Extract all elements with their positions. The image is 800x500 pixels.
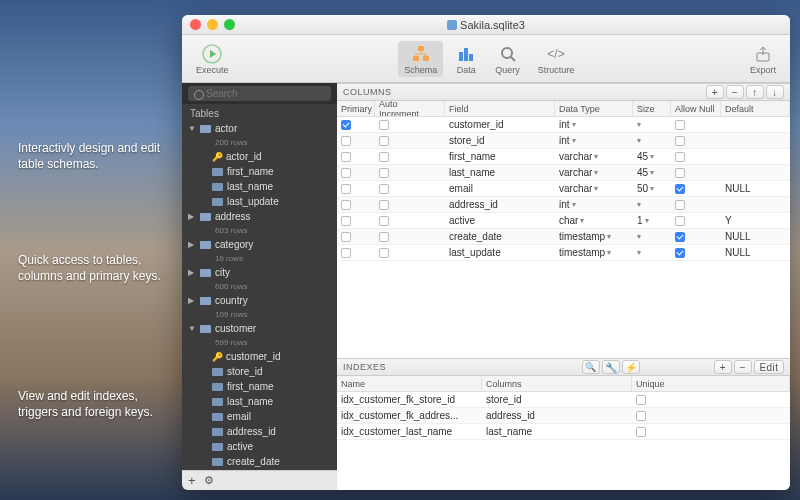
allownull-checkbox[interactable]: [675, 216, 685, 226]
unique-checkbox[interactable]: [636, 411, 646, 421]
allownull-checkbox[interactable]: [675, 184, 685, 194]
allownull-checkbox[interactable]: [675, 232, 685, 242]
column-node[interactable]: last_name: [182, 179, 337, 194]
allownull-checkbox[interactable]: [675, 248, 685, 258]
column-row[interactable]: create_datetimestamp ▾ ▾NULL: [337, 229, 790, 245]
column-node[interactable]: first_name: [182, 379, 337, 394]
table-tree[interactable]: ▼actor200 rows🔑actor_idfirst_namelast_na…: [182, 121, 337, 470]
primary-checkbox[interactable]: [341, 168, 351, 178]
autoinc-checkbox[interactable]: [379, 216, 389, 226]
allownull-checkbox[interactable]: [675, 152, 685, 162]
index-row[interactable]: idx_customer_fk_addres...address_id: [337, 408, 790, 424]
autoinc-checkbox[interactable]: [379, 120, 389, 130]
autoinc-checkbox[interactable]: [379, 248, 389, 258]
autoinc-checkbox[interactable]: [379, 152, 389, 162]
column-row[interactable]: address_idint ▾ ▾: [337, 197, 790, 213]
execute-button[interactable]: Execute: [190, 41, 235, 77]
primary-checkbox[interactable]: [341, 216, 351, 226]
fullscreen-icon[interactable]: [224, 19, 235, 30]
tab-data[interactable]: Data: [449, 41, 483, 77]
table-node[interactable]: ▶category: [182, 237, 337, 252]
settings-button[interactable]: ⚙: [204, 474, 214, 487]
index-row[interactable]: idx_customer_fk_store_idstore_id: [337, 392, 790, 408]
column-node[interactable]: address_id: [182, 424, 337, 439]
unique-checkbox[interactable]: [636, 395, 646, 405]
remove-column-button[interactable]: −: [726, 85, 744, 99]
size-select[interactable]: ▾: [637, 200, 641, 209]
edit-index-button[interactable]: Edit: [754, 360, 784, 374]
add-table-button[interactable]: +: [188, 473, 196, 488]
datatype-select[interactable]: int ▾: [559, 135, 576, 146]
index-row[interactable]: idx_customer_last_namelast_name: [337, 424, 790, 440]
column-node[interactable]: first_name: [182, 164, 337, 179]
datatype-select[interactable]: varchar ▾: [559, 183, 598, 194]
datatype-select[interactable]: varchar ▾: [559, 151, 598, 162]
column-node[interactable]: last_update: [182, 194, 337, 209]
column-row[interactable]: last_updatetimestamp ▾ ▾NULL: [337, 245, 790, 261]
table-node[interactable]: ▼actor: [182, 121, 337, 136]
unique-checkbox[interactable]: [636, 427, 646, 437]
size-select[interactable]: ▾: [637, 136, 641, 145]
datatype-select[interactable]: timestamp ▾: [559, 247, 611, 258]
column-row[interactable]: store_idint ▾ ▾: [337, 133, 790, 149]
column-node[interactable]: last_name: [182, 394, 337, 409]
autoinc-checkbox[interactable]: [379, 168, 389, 178]
primary-checkbox[interactable]: [341, 120, 351, 130]
size-select[interactable]: 45 ▾: [637, 151, 654, 162]
primary-checkbox[interactable]: [341, 200, 351, 210]
export-button[interactable]: Export: [744, 41, 782, 77]
table-node[interactable]: ▼customer: [182, 321, 337, 336]
move-up-button[interactable]: ↑: [746, 85, 764, 99]
allownull-checkbox[interactable]: [675, 168, 685, 178]
allownull-checkbox[interactable]: [675, 136, 685, 146]
size-select[interactable]: 1 ▾: [637, 215, 649, 226]
column-row[interactable]: activechar ▾1 ▾Y: [337, 213, 790, 229]
size-select[interactable]: ▾: [637, 232, 641, 241]
primary-checkbox[interactable]: [341, 184, 351, 194]
index-search-button[interactable]: 🔍: [582, 360, 600, 374]
allownull-checkbox[interactable]: [675, 120, 685, 130]
table-node[interactable]: ▶city: [182, 265, 337, 280]
primary-checkbox[interactable]: [341, 232, 351, 242]
column-row[interactable]: emailvarchar ▾50 ▾NULL: [337, 181, 790, 197]
datatype-select[interactable]: int ▾: [559, 119, 576, 130]
add-column-button[interactable]: +: [706, 85, 724, 99]
add-index-button[interactable]: +: [714, 360, 732, 374]
column-row[interactable]: customer_idint ▾ ▾: [337, 117, 790, 133]
allownull-checkbox[interactable]: [675, 200, 685, 210]
column-row[interactable]: last_namevarchar ▾45 ▾: [337, 165, 790, 181]
column-row[interactable]: first_namevarchar ▾45 ▾: [337, 149, 790, 165]
remove-index-button[interactable]: −: [734, 360, 752, 374]
datatype-select[interactable]: varchar ▾: [559, 167, 598, 178]
autoinc-checkbox[interactable]: [379, 184, 389, 194]
column-node[interactable]: 🔑actor_id: [182, 149, 337, 164]
primary-checkbox[interactable]: [341, 152, 351, 162]
index-bolt-button[interactable]: ⚡: [622, 360, 640, 374]
minimize-icon[interactable]: [207, 19, 218, 30]
primary-checkbox[interactable]: [341, 248, 351, 258]
tab-query[interactable]: Query: [489, 41, 526, 77]
datatype-select[interactable]: int ▾: [559, 199, 576, 210]
column-node[interactable]: store_id: [182, 364, 337, 379]
size-select[interactable]: 45 ▾: [637, 167, 654, 178]
table-node[interactable]: ▶country: [182, 293, 337, 308]
index-tool-button[interactable]: 🔧: [602, 360, 620, 374]
column-node[interactable]: create_date: [182, 454, 337, 469]
autoinc-checkbox[interactable]: [379, 200, 389, 210]
primary-checkbox[interactable]: [341, 136, 351, 146]
close-icon[interactable]: [190, 19, 201, 30]
table-node[interactable]: ▶address: [182, 209, 337, 224]
column-node[interactable]: 🔑customer_id: [182, 349, 337, 364]
column-node[interactable]: active: [182, 439, 337, 454]
tab-schema[interactable]: Schema: [398, 41, 443, 77]
column-node[interactable]: email: [182, 409, 337, 424]
datatype-select[interactable]: timestamp ▾: [559, 231, 611, 242]
autoinc-checkbox[interactable]: [379, 136, 389, 146]
size-select[interactable]: 50 ▾: [637, 183, 654, 194]
move-down-button[interactable]: ↓: [766, 85, 784, 99]
tab-structure[interactable]: </> Structure: [532, 41, 581, 77]
datatype-select[interactable]: char ▾: [559, 215, 584, 226]
size-select[interactable]: ▾: [637, 248, 641, 257]
autoinc-checkbox[interactable]: [379, 232, 389, 242]
search-input[interactable]: [188, 86, 331, 101]
